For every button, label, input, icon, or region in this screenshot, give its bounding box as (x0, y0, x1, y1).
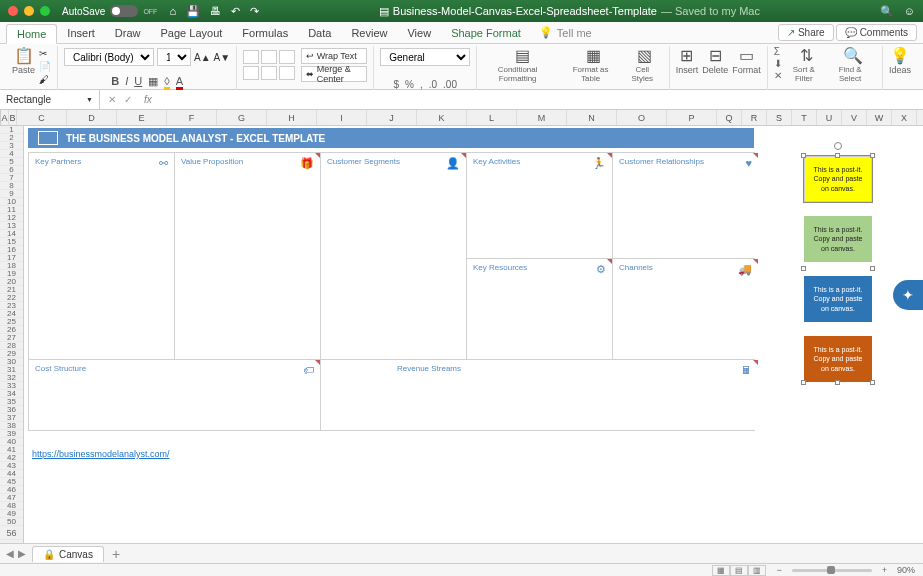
customer-segments-cell[interactable]: Customer Segments👤 (321, 153, 466, 359)
minimize-window-icon[interactable] (24, 6, 34, 16)
col-header[interactable]: T (792, 110, 817, 125)
worksheet[interactable]: 1234567891011121314151617181920212223242… (0, 126, 923, 556)
user-icon[interactable]: ☺ (904, 5, 915, 18)
col-header[interactable]: X (892, 110, 917, 125)
cut-icon[interactable]: ✂ (39, 48, 51, 59)
close-window-icon[interactable] (8, 6, 18, 16)
format-painter-icon[interactable]: 🖌 (39, 74, 51, 85)
col-header[interactable]: J (367, 110, 417, 125)
share-button[interactable]: ↗Share (778, 24, 834, 41)
bold-button[interactable]: B (111, 75, 119, 90)
save-icon[interactable]: 💾 (186, 5, 200, 18)
col-header[interactable]: M (517, 110, 567, 125)
zoom-value[interactable]: 90% (897, 565, 915, 575)
tab-formulas[interactable]: Formulas (232, 24, 298, 42)
tab-insert[interactable]: Insert (57, 24, 105, 42)
col-header[interactable]: V (842, 110, 867, 125)
col-header[interactable]: I (317, 110, 367, 125)
document-title[interactable]: ▤ Business-Model-Canvas-Excel-Spreadshee… (259, 5, 880, 18)
col-header[interactable]: L (467, 110, 517, 125)
tab-shape-format[interactable]: Shape Format (441, 24, 531, 42)
col-header[interactable]: F (167, 110, 217, 125)
cell-styles-icon[interactable]: ▧ (626, 46, 663, 65)
col-header[interactable]: C (17, 110, 67, 125)
resize-handle-icon[interactable] (801, 266, 806, 271)
merge-center-button[interactable]: ⬌ Merge & Center (301, 66, 367, 82)
rotate-handle-icon[interactable] (834, 142, 842, 150)
postit-orange[interactable]: This is a post-it. Copy and paste on can… (804, 336, 872, 382)
name-box[interactable]: Rectangle▼ (0, 90, 100, 109)
font-size-select[interactable]: 11 (157, 48, 191, 66)
page-layout-view-icon[interactable]: ▤ (730, 565, 748, 576)
postit-yellow[interactable]: This is a post-it. Copy and paste on can… (804, 156, 872, 202)
col-header[interactable]: Q (717, 110, 742, 125)
print-icon[interactable]: 🖶 (210, 5, 221, 18)
col-header[interactable]: S (767, 110, 792, 125)
page-break-view-icon[interactable]: ▥ (748, 565, 766, 576)
channels-cell[interactable]: Channels🚚 (613, 259, 758, 359)
sheet-tab-canvas[interactable]: 🔒Canvas (32, 546, 104, 562)
resize-handle-icon[interactable] (835, 380, 840, 385)
col-header[interactable]: E (117, 110, 167, 125)
insert-cells-icon[interactable]: ⊞ (676, 46, 699, 65)
col-header[interactable]: Y (917, 110, 923, 125)
value-proposition-cell[interactable]: Value Proposition🎁 (175, 153, 320, 359)
col-header[interactable]: N (567, 110, 617, 125)
delete-cells-icon[interactable]: ⊟ (702, 46, 728, 65)
align-buttons[interactable] (243, 50, 295, 80)
italic-button[interactable]: I (125, 75, 128, 90)
key-resources-cell[interactable]: Key Resources⚙ (467, 259, 612, 359)
col-header[interactable]: K (417, 110, 467, 125)
next-sheet-icon[interactable]: ▶ (18, 548, 26, 559)
zoom-out-button[interactable]: − (776, 565, 781, 575)
source-link[interactable]: https://businessmodelanalyst.com/ (32, 449, 915, 459)
copy-icon[interactable]: 📄 (39, 61, 51, 72)
tab-home[interactable]: Home (6, 24, 57, 44)
customer-relationships-cell[interactable]: Customer Relationships♥ (613, 153, 758, 258)
zoom-window-icon[interactable] (40, 6, 50, 16)
col-header[interactable]: B (9, 110, 17, 125)
cost-structure-cell[interactable]: Cost Structure🏷 (29, 360, 320, 430)
tell-me[interactable]: 💡Tell me (539, 26, 592, 39)
tab-review[interactable]: Review (341, 24, 397, 42)
col-header[interactable]: P (667, 110, 717, 125)
autosum-icon[interactable]: Σ (774, 46, 782, 57)
home-icon[interactable]: ⌂ (169, 5, 176, 18)
tab-draw[interactable]: Draw (105, 24, 151, 42)
resize-handle-icon[interactable] (835, 153, 840, 158)
comma-icon[interactable]: , (420, 79, 423, 90)
resize-handle-icon[interactable] (801, 380, 806, 385)
resize-handle-icon[interactable] (870, 380, 875, 385)
font-select[interactable]: Calibri (Body) (64, 48, 154, 66)
row-header[interactable]: 56 (0, 526, 23, 540)
toggle-off-icon[interactable] (110, 5, 138, 17)
tab-view[interactable]: View (397, 24, 441, 42)
tab-page-layout[interactable]: Page Layout (151, 24, 233, 42)
border-icon[interactable]: ▦ (148, 75, 158, 90)
decrease-font-icon[interactable]: A▼ (214, 52, 231, 63)
col-header[interactable]: W (867, 110, 892, 125)
revenue-streams-cell[interactable]: Revenue Streams🖩 (321, 360, 758, 430)
key-activities-cell[interactable]: Key Activities🏃 (467, 153, 612, 258)
autosave-toggle[interactable]: AutoSave OFF (62, 5, 157, 17)
fill-color-icon[interactable]: ◊ (164, 75, 169, 90)
format-as-table-icon[interactable]: ▦ (566, 46, 622, 65)
cancel-formula-icon[interactable]: ✕ (108, 94, 116, 105)
underline-button[interactable]: U (134, 75, 142, 90)
col-header[interactable]: O (617, 110, 667, 125)
col-header[interactable]: G (217, 110, 267, 125)
col-header[interactable]: H (267, 110, 317, 125)
postit-green[interactable]: This is a post-it. Copy and paste on can… (804, 216, 872, 262)
add-sheet-button[interactable]: + (104, 546, 128, 562)
col-header[interactable]: D (67, 110, 117, 125)
undo-icon[interactable]: ↶ (231, 5, 240, 18)
format-cells-icon[interactable]: ▭ (732, 46, 761, 65)
redo-icon[interactable]: ↷ (250, 5, 259, 18)
enter-formula-icon[interactable]: ✓ (124, 94, 132, 105)
ideas-icon[interactable]: 💡 (889, 46, 911, 65)
find-select-icon[interactable]: 🔍 (830, 46, 876, 65)
fill-icon[interactable]: ⬇ (774, 58, 782, 69)
postit-blue[interactable]: This is a post-it. Copy and paste on can… (804, 276, 872, 322)
zoom-slider[interactable] (792, 569, 872, 572)
normal-view-icon[interactable]: ▦ (712, 565, 730, 576)
